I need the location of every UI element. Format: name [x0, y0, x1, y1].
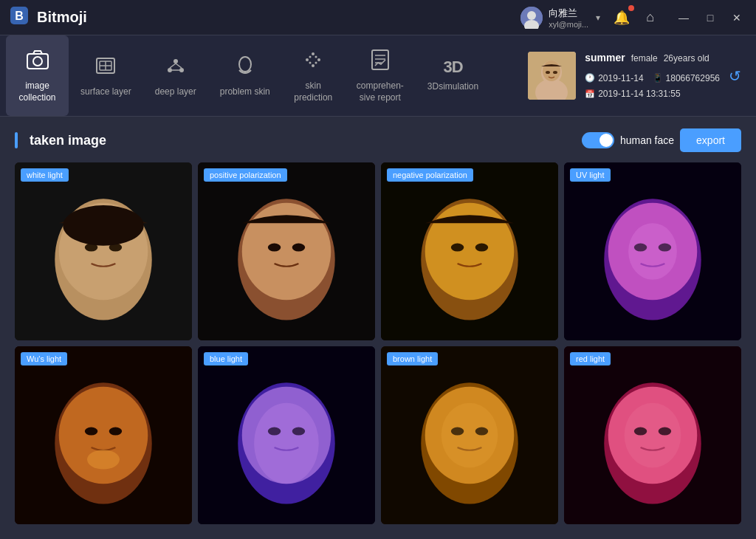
svg-rect-26 [372, 50, 388, 69]
svg-line-15 [176, 63, 182, 68]
image-card-brown-light[interactable]: brown light [381, 346, 558, 524]
svg-point-25 [309, 61, 312, 63]
red-light-label: red light [570, 352, 611, 365]
svg-point-34 [546, 71, 550, 74]
avatar [520, 7, 543, 29]
brown-light-label: brown light [387, 352, 438, 365]
dropdown-icon[interactable]: ▾ [596, 13, 600, 23]
white-light-image [15, 162, 192, 340]
svg-point-11 [173, 59, 178, 63]
user-name: 向雅兰 [549, 7, 588, 20]
phone-icon: 📱 [653, 71, 663, 86]
svg-point-63 [87, 450, 120, 469]
svg-point-45 [268, 244, 281, 252]
close-button[interactable]: ✕ [726, 7, 747, 28]
tab-deep-layer-label: deep layer [155, 86, 196, 98]
profile-phone-row: 🕐 2019-11-14 📱 18066762956 [585, 71, 720, 87]
refresh-button[interactable]: ↺ [729, 67, 741, 85]
tab-comprehensive-report[interactable]: comprehen- sive report [345, 35, 416, 116]
clock-icon: 🕐 [585, 71, 595, 86]
profile-date1: 2019-11-14 [598, 71, 643, 87]
human-face-toggle[interactable] [582, 132, 614, 148]
notification-badge [628, 5, 634, 11]
navbar: image collection surface layer deep laye [0, 35, 756, 117]
uv-light-label: UV light [570, 168, 611, 182]
notification-bell-button[interactable]: 🔔 [611, 7, 633, 29]
user-email: xyl@moji... [549, 20, 588, 29]
tab-deep-layer[interactable]: deep layer [143, 35, 208, 116]
titlebar: B Bitmoji 向雅兰 xyl@moji... ▾ 🔔 ⌂ — [0, 0, 756, 35]
negative-polarization-label: negative polarization [387, 168, 473, 182]
svg-point-13 [179, 68, 184, 72]
maximize-button[interactable]: □ [700, 7, 721, 28]
tab-skin-prediction-label: skin prediction [294, 80, 332, 103]
tab-surface-layer-label: surface layer [80, 86, 131, 98]
tab-3d-simulation-label: 3Dsimulation [427, 81, 478, 93]
svg-point-22 [309, 55, 312, 58]
svg-point-46 [292, 244, 306, 252]
skin-prediction-icon [301, 48, 325, 75]
red-light-image [564, 346, 741, 524]
profile-phone: 18066762956 [666, 71, 720, 87]
section-title-bar [15, 132, 18, 148]
negative-polarization-image [381, 162, 558, 340]
tab-problem-skin-label: problem skin [220, 86, 270, 98]
window-controls: — □ ✕ [673, 7, 747, 28]
image-card-uv-light[interactable]: UV light [564, 162, 741, 340]
svg-point-6 [33, 57, 42, 66]
tab-skin-prediction[interactable]: skin prediction [282, 35, 345, 116]
svg-point-35 [553, 71, 557, 74]
tab-surface-layer[interactable]: surface layer [69, 35, 143, 116]
svg-point-75 [441, 403, 498, 468]
profile-age: 26years old [664, 51, 709, 67]
profile-datetime-row: 📅 2019-11-14 13:31:55 [585, 86, 720, 103]
image-grid: white light [15, 162, 741, 524]
brown-light-image [381, 346, 558, 524]
image-card-positive-polarization[interactable]: positive polarization [198, 162, 375, 340]
profile-photo [528, 52, 576, 100]
image-card-blue-light[interactable]: blue light [198, 346, 375, 524]
svg-point-12 [168, 68, 172, 72]
svg-text:B: B [15, 10, 24, 22]
minimize-button[interactable]: — [673, 7, 694, 28]
deep-layer-icon [164, 54, 188, 80]
toggle-label: human face [620, 134, 674, 146]
svg-point-19 [312, 52, 315, 55]
tab-image-collection[interactable]: image collection [6, 35, 69, 116]
svg-point-3 [527, 11, 536, 20]
svg-point-18 [306, 58, 309, 61]
profile-datetime: 2019-11-14 13:31:55 [598, 86, 680, 103]
profile-name: summer [585, 49, 625, 67]
image-card-white-light[interactable]: white light [15, 162, 192, 340]
image-card-wu-light[interactable]: Wu's light [15, 346, 192, 524]
section-header: taken image human face export [15, 128, 741, 152]
wu-light-label: Wu's light [21, 352, 67, 365]
profile-gender: female [631, 51, 658, 67]
problem-skin-icon [233, 54, 257, 80]
user-name-block: 向雅兰 xyl@moji... [549, 7, 588, 29]
user-info[interactable]: 向雅兰 xyl@moji... ▾ [520, 7, 600, 29]
blue-light-image [198, 346, 375, 524]
image-card-red-light[interactable]: red light [564, 346, 741, 524]
toggle-container: human face export [582, 128, 741, 152]
home-button[interactable]: ⌂ [643, 7, 657, 28]
tab-image-collection-label: image collection [18, 80, 55, 103]
svg-point-57 [628, 223, 677, 280]
calendar-icon: 📅 [585, 87, 595, 102]
svg-point-24 [315, 61, 317, 63]
svg-point-21 [312, 64, 315, 67]
tab-problem-skin[interactable]: problem skin [208, 35, 282, 116]
camera-icon [26, 48, 49, 75]
app-logo-icon: B [9, 5, 30, 30]
3d-icon: 3D [443, 59, 462, 75]
uv-light-image [564, 162, 741, 340]
tab-comprehensive-report-label: comprehen- sive report [357, 80, 404, 103]
positive-polarization-label: positive polarization [204, 168, 287, 182]
svg-line-14 [170, 63, 176, 68]
titlebar-right: 向雅兰 xyl@moji... ▾ 🔔 ⌂ — □ ✕ [520, 7, 747, 29]
export-button[interactable]: export [680, 128, 741, 152]
svg-point-81 [625, 403, 681, 468]
image-card-negative-polarization[interactable]: negative polarization [381, 162, 558, 340]
white-light-label: white light [21, 168, 69, 182]
tab-3d-simulation[interactable]: 3D 3Dsimulation [416, 35, 490, 116]
